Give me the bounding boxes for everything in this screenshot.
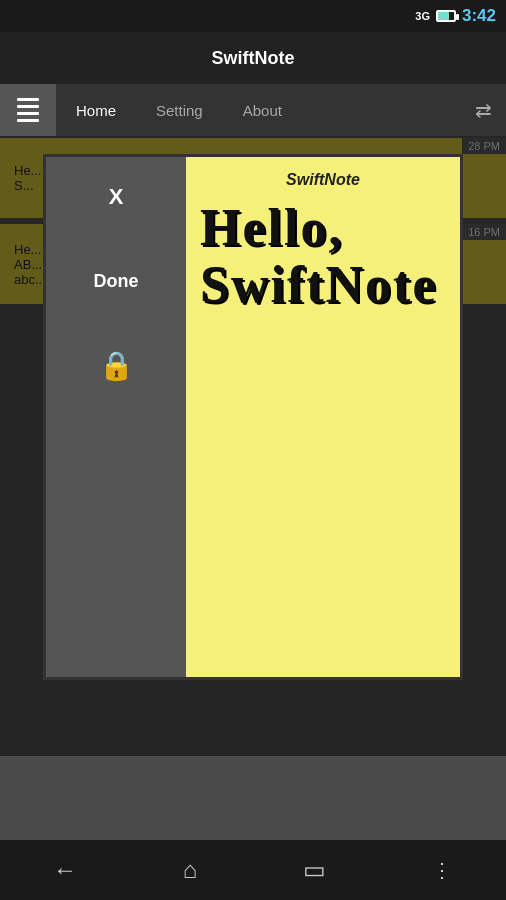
bottom-nav: ← ⌂ ▭ ⋮ <box>0 840 506 900</box>
note-modal: X Done 🔒 SwiftNote Hello,SwiftNote <box>43 154 463 680</box>
close-button[interactable]: X <box>46 157 186 237</box>
lock-icon: 🔒 <box>99 349 134 382</box>
nav-tabs: Home Setting About ⇄ <box>0 84 506 136</box>
home-button[interactable]: ⌂ <box>183 856 198 884</box>
back-button[interactable]: ← <box>53 856 77 884</box>
app-title: SwiftNote <box>212 48 295 69</box>
tab-setting[interactable]: Setting <box>136 84 223 136</box>
refresh-icon[interactable]: ⇄ <box>475 98 492 122</box>
battery-icon <box>436 10 456 22</box>
note-content: SwiftNote Hello,SwiftNote <box>186 157 460 677</box>
tab-home[interactable]: Home <box>56 84 136 136</box>
hamburger-icon <box>17 98 39 122</box>
modal-sidebar: X Done 🔒 <box>46 157 186 677</box>
hamburger-menu[interactable] <box>0 84 56 136</box>
modal-title: SwiftNote <box>200 171 446 189</box>
lock-button[interactable]: 🔒 <box>46 325 186 405</box>
clock: 3:42 <box>462 6 496 26</box>
action-bar: SwiftNote <box>0 32 506 84</box>
more-button[interactable]: ⋮ <box>432 858 453 882</box>
signal-indicator: 3G <box>415 10 430 22</box>
main-content: He...S... 28 PM He...AB...abc... 16 PM X… <box>0 136 506 756</box>
modal-overlay: X Done 🔒 SwiftNote Hello,SwiftNote <box>0 136 506 756</box>
recents-button[interactable]: ▭ <box>303 856 326 884</box>
tab-about[interactable]: About <box>223 84 302 136</box>
done-button[interactable]: Done <box>46 241 186 321</box>
note-text[interactable]: Hello,SwiftNote <box>200 199 446 313</box>
status-bar: 3G 3:42 <box>0 0 506 32</box>
